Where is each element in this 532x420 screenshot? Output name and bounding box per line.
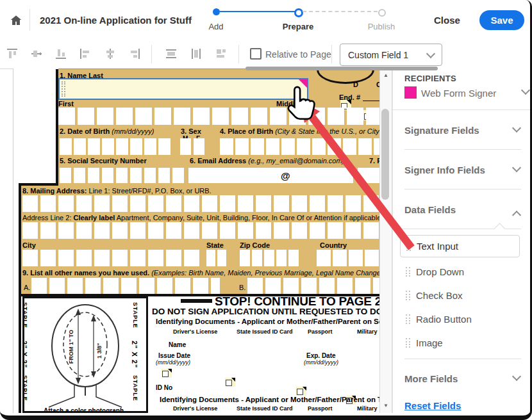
comb-box (154, 108, 171, 125)
header-divider (29, 9, 30, 31)
form-label-a: A. (24, 284, 30, 291)
form-border (19, 183, 21, 296)
range-label: 1 3/8" (96, 343, 103, 359)
field-item-radio-button[interactable]: Radio Button (406, 312, 515, 326)
comb-box (252, 250, 262, 266)
field-item-text-input[interactable]: Text Input (400, 235, 520, 257)
comb-box (247, 278, 263, 294)
form-label-email: 6. Email Address (190, 157, 246, 165)
comb-box (347, 108, 363, 125)
placed-checkbox-passport[interactable] (296, 387, 306, 396)
comb-box (175, 278, 190, 294)
doc-label-military: Military (357, 328, 378, 335)
comb-row-addr1 (22, 195, 379, 212)
custom-field-dropdown[interactable]: Custom Field 1 (340, 44, 442, 66)
relative-to-page-checkbox[interactable] (250, 48, 262, 60)
home-button[interactable] (9, 13, 23, 30)
field-item-check-box[interactable]: Check Box (406, 288, 515, 302)
step-publish[interactable]: Publish (356, 8, 407, 31)
scroll-down-icon[interactable]: ▼ (380, 403, 392, 408)
comb-box (116, 108, 133, 125)
distribute-vertically-button[interactable] (187, 45, 205, 63)
section-more-fields[interactable]: More Fields (404, 373, 521, 387)
comb-box (337, 278, 353, 294)
align-top-button[interactable] (3, 45, 21, 63)
match-size-icon (215, 47, 228, 60)
placed-text-field-name-last[interactable] (58, 78, 308, 100)
align-right-button[interactable] (126, 45, 144, 63)
comb-row-addr2 (22, 222, 379, 239)
comb-box (220, 195, 235, 212)
field-item-drop-down[interactable]: Drop Down (406, 264, 515, 279)
comb-row-country (317, 250, 381, 266)
comb-box (184, 222, 199, 239)
comb-box (251, 138, 264, 155)
checkbox-icon (297, 389, 303, 395)
close-button[interactable]: Close (434, 15, 460, 26)
comb-row-first-name (58, 108, 381, 125)
photo-box: STAPLE 2" X 2" STAPLE STAPLE 2" X 2" STA… (22, 296, 148, 413)
comb-box (343, 138, 356, 155)
align-vertical-center-button[interactable] (28, 45, 46, 63)
document-canvas[interactable]: 1. Name Last D C End. # First Middle 2. … (13, 69, 381, 413)
comb-box (130, 250, 145, 266)
comb-box (297, 138, 310, 155)
underline-rule (363, 101, 381, 101)
field-item-label: Check Box (416, 290, 463, 301)
form-label-zip: Zip Code (240, 241, 270, 249)
staple-label: STAPLE (22, 302, 28, 328)
drag-handle-icon (406, 314, 410, 324)
form-label-b: B. (239, 284, 245, 291)
align-left-button[interactable] (76, 45, 94, 63)
comb-row-state (206, 250, 227, 266)
align-left-icon (79, 47, 92, 60)
horizontal-scrollbar-thumb[interactable] (245, 67, 438, 70)
form-label-exp-format: (mm/dd/yyyy) (304, 359, 338, 366)
doc-label-state-id: State Issued ID Card (237, 328, 293, 335)
field-item-label: Drop Down (416, 266, 464, 277)
field-item-label: Image (416, 337, 443, 348)
comb-box (40, 195, 56, 212)
placed-checkbox-state-id[interactable] (225, 378, 235, 387)
identifying-docs-third-label: Identifying Documents - Applicant or Mot… (160, 396, 381, 403)
recipients-title: RECIPIENTS (404, 74, 456, 83)
recipient-name: Web Form Signer (421, 88, 496, 99)
comb-box (231, 108, 248, 125)
align-bottom-button[interactable] (52, 45, 70, 63)
signature-fields-label: Signature Fields (404, 125, 479, 136)
form-label-other-names-italic: (Examples: Birth Name, Maiden, Previous … (151, 269, 381, 277)
scroll-up-icon[interactable]: ▲ (380, 72, 392, 78)
section-signer-info-fields[interactable]: Signer Info Fields (404, 165, 521, 179)
save-button[interactable]: Save (479, 10, 524, 30)
field-item-image[interactable]: Image (406, 335, 515, 350)
comb-box (345, 222, 361, 239)
vertical-scrollbar-thumb[interactable] (381, 109, 389, 200)
align-horizontal-center-button[interactable] (101, 45, 119, 63)
comb-box (238, 222, 253, 239)
field-item-label: Text Input (417, 241, 458, 252)
comb-box (102, 168, 113, 184)
section-signature-fields[interactable]: Signature Fields (404, 125, 521, 139)
doc-label-military: Military (357, 405, 378, 412)
drag-handle-icon (406, 267, 410, 277)
comb-box (202, 222, 217, 239)
comb-box (58, 108, 75, 125)
form-label-mailing: 8. Mailing Address: (22, 187, 87, 195)
form-label-exp-date: Exp. Date (306, 352, 336, 359)
comb-box (58, 222, 74, 239)
section-data-fields[interactable]: Data Fields (404, 204, 521, 218)
doc-label-state-id: State Issued ID Card (237, 405, 293, 412)
comb-box (264, 250, 274, 266)
comb-box (301, 278, 317, 294)
comb-box (328, 222, 343, 239)
distribute-horizontally-button[interactable] (162, 45, 180, 63)
match-size-button[interactable] (212, 45, 230, 63)
comb-box (22, 222, 38, 239)
comb-box (94, 222, 110, 239)
comb-box (363, 222, 379, 239)
relative-to-page-label: Relative to Page (265, 49, 331, 60)
reset-fields-link[interactable]: Reset Fields (404, 400, 461, 411)
placed-checkbox-drivers-license[interactable] (162, 369, 172, 378)
recipient-selector[interactable]: Web Form Signer (404, 86, 526, 101)
comb-box (148, 250, 163, 266)
